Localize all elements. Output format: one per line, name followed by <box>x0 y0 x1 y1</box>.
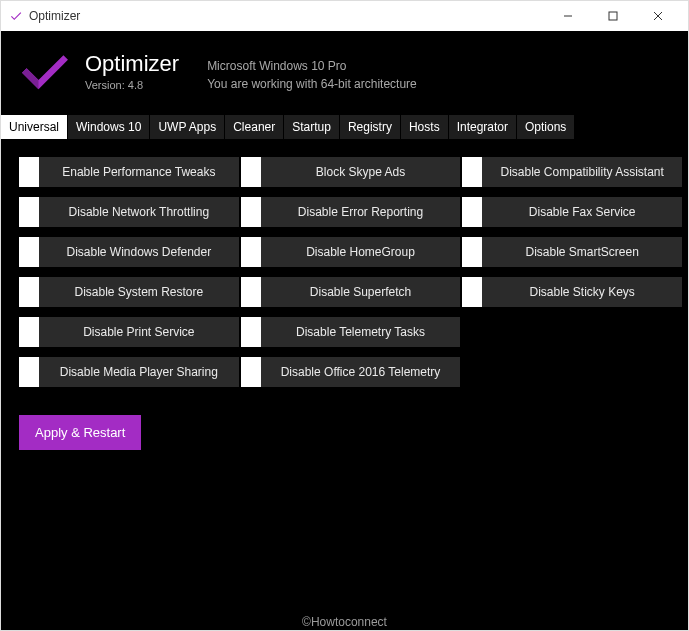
app-version: Version: 4.8 <box>85 79 179 91</box>
checkbox[interactable] <box>19 157 39 187</box>
maximize-button[interactable] <box>590 1 635 31</box>
opt-homegroup: Disable HomeGroup <box>241 237 461 267</box>
watermark: ©Howtoconnect <box>302 615 387 629</box>
options-col-2: Block Skype Ads Disable Error Reporting … <box>241 157 461 387</box>
options-grid: Enable Performance Tweaks Disable Networ… <box>19 157 682 387</box>
app-icon <box>9 9 23 23</box>
tab-startup[interactable]: Startup <box>284 115 340 139</box>
checkbox[interactable] <box>241 357 261 387</box>
opt-network-throttling: Disable Network Throttling <box>19 197 239 227</box>
opt-label[interactable]: Disable Superfetch <box>261 277 461 307</box>
checkmark-logo-icon <box>19 45 71 97</box>
opt-label[interactable]: Disable System Restore <box>39 277 239 307</box>
tab-uwp-apps[interactable]: UWP Apps <box>150 115 225 139</box>
tab-bar: Universal Windows 10 UWP Apps Cleaner St… <box>1 115 688 139</box>
minimize-button[interactable] <box>545 1 590 31</box>
opt-label[interactable]: Disable Compatibility Assistant <box>482 157 682 187</box>
titlebar-title: Optimizer <box>29 9 80 23</box>
opt-media-player-sharing: Disable Media Player Sharing <box>19 357 239 387</box>
apply-restart-button[interactable]: Apply & Restart <box>19 415 141 450</box>
opt-print-service: Disable Print Service <box>19 317 239 347</box>
opt-label[interactable]: Disable Media Player Sharing <box>39 357 239 387</box>
opt-windows-defender: Disable Windows Defender <box>19 237 239 267</box>
tab-cleaner[interactable]: Cleaner <box>225 115 284 139</box>
checkbox[interactable] <box>241 317 261 347</box>
opt-label[interactable]: Disable Network Throttling <box>39 197 239 227</box>
checkbox[interactable] <box>462 157 482 187</box>
opt-label[interactable]: Disable Print Service <box>39 317 239 347</box>
tab-universal[interactable]: Universal <box>1 115 68 139</box>
opt-label[interactable]: Disable HomeGroup <box>261 237 461 267</box>
opt-label[interactable]: Enable Performance Tweaks <box>39 157 239 187</box>
opt-performance-tweaks: Enable Performance Tweaks <box>19 157 239 187</box>
titlebar-controls <box>545 1 680 31</box>
app-title: Optimizer <box>85 51 179 77</box>
opt-label[interactable]: Disable Error Reporting <box>261 197 461 227</box>
close-button[interactable] <box>635 1 680 31</box>
checkbox[interactable] <box>19 277 39 307</box>
opt-label[interactable]: Disable Fax Service <box>482 197 682 227</box>
opt-label[interactable]: Disable Windows Defender <box>39 237 239 267</box>
opt-superfetch: Disable Superfetch <box>241 277 461 307</box>
checkbox[interactable] <box>241 237 261 267</box>
app-body: Optimizer Version: 4.8 Microsoft Windows… <box>1 31 688 630</box>
tab-windows10[interactable]: Windows 10 <box>68 115 150 139</box>
checkbox[interactable] <box>462 277 482 307</box>
checkbox[interactable] <box>19 197 39 227</box>
options-col-1: Enable Performance Tweaks Disable Networ… <box>19 157 239 387</box>
tab-hosts[interactable]: Hosts <box>401 115 449 139</box>
os-info: Microsoft Windows 10 Pro <box>207 57 417 75</box>
opt-compatibility-assistant: Disable Compatibility Assistant <box>462 157 682 187</box>
app-window: Optimizer Optimizer Version: 4. <box>0 0 689 631</box>
checkbox[interactable] <box>19 317 39 347</box>
header-info: Microsoft Windows 10 Pro You are working… <box>207 57 417 93</box>
opt-telemetry-tasks: Disable Telemetry Tasks <box>241 317 461 347</box>
header: Optimizer Version: 4.8 Microsoft Windows… <box>1 31 688 115</box>
checkbox[interactable] <box>241 277 261 307</box>
opt-label[interactable]: Disable Telemetry Tasks <box>261 317 461 347</box>
tab-options[interactable]: Options <box>517 115 575 139</box>
content-area: Enable Performance Tweaks Disable Networ… <box>1 139 688 630</box>
titlebar: Optimizer <box>1 1 688 31</box>
opt-error-reporting: Disable Error Reporting <box>241 197 461 227</box>
arch-info: You are working with 64-bit architecture <box>207 75 417 93</box>
checkbox[interactable] <box>19 357 39 387</box>
opt-smartscreen: Disable SmartScreen <box>462 237 682 267</box>
opt-label[interactable]: Disable SmartScreen <box>482 237 682 267</box>
opt-label[interactable]: Disable Sticky Keys <box>482 277 682 307</box>
opt-system-restore: Disable System Restore <box>19 277 239 307</box>
opt-label[interactable]: Disable Office 2016 Telemetry <box>261 357 461 387</box>
opt-skype-ads: Block Skype Ads <box>241 157 461 187</box>
tab-integrator[interactable]: Integrator <box>449 115 517 139</box>
opt-office-2016-telemetry: Disable Office 2016 Telemetry <box>241 357 461 387</box>
opt-sticky-keys: Disable Sticky Keys <box>462 277 682 307</box>
checkbox[interactable] <box>462 237 482 267</box>
checkbox[interactable] <box>241 197 261 227</box>
opt-label[interactable]: Block Skype Ads <box>261 157 461 187</box>
checkbox[interactable] <box>241 157 261 187</box>
tab-registry[interactable]: Registry <box>340 115 401 139</box>
svg-rect-1 <box>609 12 617 20</box>
checkbox[interactable] <box>19 237 39 267</box>
options-col-3: Disable Compatibility Assistant Disable … <box>462 157 682 387</box>
header-title-block: Optimizer Version: 4.8 <box>85 51 179 91</box>
checkbox[interactable] <box>462 197 482 227</box>
opt-fax-service: Disable Fax Service <box>462 197 682 227</box>
